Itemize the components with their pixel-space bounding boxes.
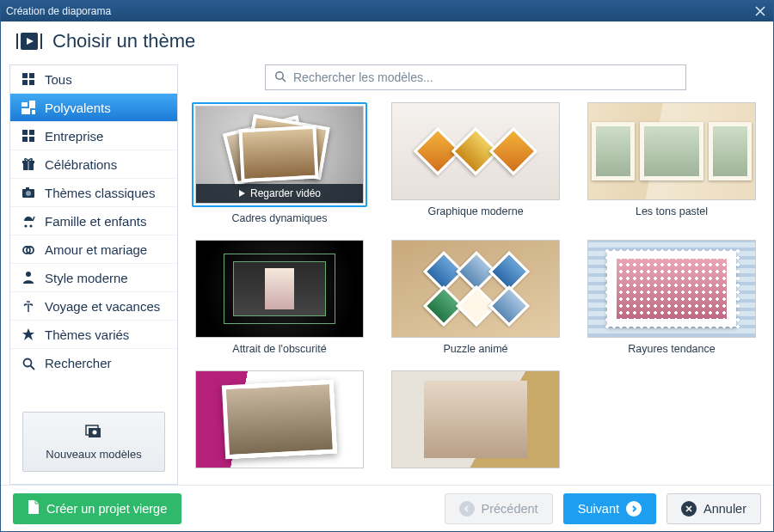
sidebar-item-7[interactable]: Style moderne bbox=[10, 264, 177, 292]
watch-video-label: Regarder vidéo bbox=[250, 187, 321, 199]
sidebar-item-label: Célébrations bbox=[45, 157, 117, 172]
svg-rect-6 bbox=[29, 80, 34, 85]
gift-icon bbox=[21, 157, 36, 171]
svg-rect-20 bbox=[26, 187, 29, 189]
create-blank-button[interactable]: Créer un projet vierge bbox=[13, 493, 181, 524]
template-label: Les tons pastel bbox=[636, 205, 708, 217]
cancel-label: Annuler bbox=[703, 502, 746, 516]
svg-point-22 bbox=[29, 224, 32, 227]
star-icon bbox=[21, 327, 36, 341]
arrow-left-icon bbox=[459, 501, 475, 517]
svg-rect-11 bbox=[22, 130, 28, 135]
svg-point-25 bbox=[26, 272, 31, 277]
footer: Créer un projet vierge Précédent Suivant… bbox=[1, 485, 773, 531]
svg-rect-8 bbox=[29, 101, 35, 108]
titlebar: Création de diaporama bbox=[1, 1, 773, 21]
svg-point-29 bbox=[93, 431, 97, 435]
page-title: Choisir un thème bbox=[52, 30, 195, 52]
search-icon bbox=[274, 70, 286, 85]
svg-rect-9 bbox=[22, 108, 30, 114]
prev-button: Précédent bbox=[445, 493, 553, 524]
template-item-7[interactable] bbox=[386, 370, 565, 474]
grid-icon bbox=[21, 129, 36, 143]
svg-rect-4 bbox=[29, 73, 34, 78]
svg-point-19 bbox=[26, 191, 31, 196]
sidebar-item-6[interactable]: Amour et mariage bbox=[10, 235, 177, 264]
sidebar-item-5[interactable]: Famille et enfants bbox=[10, 207, 177, 235]
grid-icon bbox=[21, 72, 36, 86]
header: Choisir un thème bbox=[1, 21, 773, 59]
template-item-0[interactable]: Regarder vidéoCadres dynamiques bbox=[190, 102, 369, 224]
new-models-label: Nouveaux modèles bbox=[46, 448, 141, 461]
prev-label: Précédent bbox=[482, 502, 538, 516]
close-button[interactable] bbox=[752, 3, 768, 19]
template-item-3[interactable]: Attrait de l'obscurité bbox=[190, 240, 369, 355]
search-input[interactable] bbox=[293, 70, 677, 84]
sidebar-item-label: Amour et mariage bbox=[45, 242, 147, 257]
svg-rect-5 bbox=[22, 80, 28, 85]
file-icon bbox=[28, 499, 40, 517]
template-item-6[interactable] bbox=[190, 370, 369, 474]
template-item-4[interactable]: Puzzle animé bbox=[386, 240, 565, 355]
template-gallery[interactable]: Regarder vidéoCadres dynamiquesGraphique… bbox=[187, 99, 765, 485]
sidebar-item-label: Thèmes classiques bbox=[45, 186, 155, 200]
stroller-icon bbox=[21, 214, 36, 228]
sidebar-item-9[interactable]: Thèmes variés bbox=[10, 321, 177, 349]
sidebar-item-4[interactable]: Thèmes classiques bbox=[10, 179, 177, 207]
svg-point-26 bbox=[24, 358, 32, 366]
window-title: Création de diaporama bbox=[6, 5, 111, 17]
template-item-1[interactable]: Graphique moderne bbox=[386, 102, 565, 224]
search-icon bbox=[21, 357, 36, 370]
svg-rect-10 bbox=[32, 110, 35, 114]
sidebar-item-1[interactable]: Polyvalents bbox=[10, 94, 177, 122]
sidebar-item-label: Polyvalents bbox=[45, 101, 111, 115]
svg-rect-13 bbox=[22, 137, 28, 142]
template-label: Graphique moderne bbox=[427, 205, 523, 217]
camera-icon bbox=[21, 186, 36, 199]
slideshow-logo-icon bbox=[16, 31, 42, 52]
person-icon bbox=[21, 271, 36, 284]
template-label: Puzzle animé bbox=[443, 343, 507, 355]
svg-rect-17 bbox=[28, 161, 29, 170]
sidebar-item-2[interactable]: Entreprise bbox=[10, 122, 177, 150]
template-label: Rayures tendance bbox=[628, 343, 715, 355]
svg-rect-0 bbox=[16, 34, 18, 49]
template-label: Cadres dynamiques bbox=[231, 212, 327, 224]
template-item-2[interactable]: Les tons pastel bbox=[582, 102, 761, 224]
template-item-5[interactable]: Rayures tendance bbox=[582, 240, 761, 355]
cancel-button[interactable]: Annuler bbox=[666, 493, 761, 524]
sidebar-item-3[interactable]: Célébrations bbox=[10, 150, 177, 179]
sidebar-item-label: Voyage et vacances bbox=[45, 299, 160, 314]
new-models-button[interactable]: Nouveaux modèles bbox=[22, 412, 165, 472]
template-label: Attrait de l'obscurité bbox=[232, 343, 326, 355]
sidebar-item-10[interactable]: Rechercher bbox=[10, 349, 177, 377]
svg-rect-7 bbox=[22, 102, 28, 107]
stack-icon bbox=[83, 423, 104, 443]
svg-rect-3 bbox=[22, 73, 28, 78]
next-label: Suivant bbox=[578, 502, 619, 516]
category-sidebar: TousPolyvalentsEntrepriseCélébrationsThè… bbox=[9, 64, 178, 485]
svg-point-30 bbox=[276, 71, 283, 78]
close-icon bbox=[755, 6, 765, 16]
rings-icon bbox=[21, 242, 36, 256]
create-blank-label: Créer un projet vierge bbox=[46, 502, 167, 516]
close-icon bbox=[681, 501, 697, 517]
search-box[interactable] bbox=[265, 64, 686, 90]
sidebar-item-label: Thèmes variés bbox=[45, 327, 129, 342]
svg-rect-12 bbox=[29, 130, 34, 135]
sidebar-item-0[interactable]: Tous bbox=[10, 65, 177, 94]
arrow-right-icon bbox=[626, 501, 642, 517]
sidebar-item-label: Rechercher bbox=[45, 356, 112, 370]
sidebar-item-8[interactable]: Voyage et vacances bbox=[10, 292, 177, 321]
svg-rect-2 bbox=[40, 34, 42, 49]
sidebar-item-label: Style moderne bbox=[45, 271, 128, 285]
tiles-icon bbox=[21, 101, 36, 114]
sidebar-item-label: Entreprise bbox=[45, 129, 103, 144]
svg-point-21 bbox=[24, 224, 27, 227]
palm-icon bbox=[21, 299, 36, 313]
svg-rect-14 bbox=[29, 137, 34, 142]
sidebar-item-label: Tous bbox=[45, 72, 72, 87]
sidebar-item-label: Famille et enfants bbox=[45, 214, 146, 229]
next-button[interactable]: Suivant bbox=[563, 493, 656, 524]
